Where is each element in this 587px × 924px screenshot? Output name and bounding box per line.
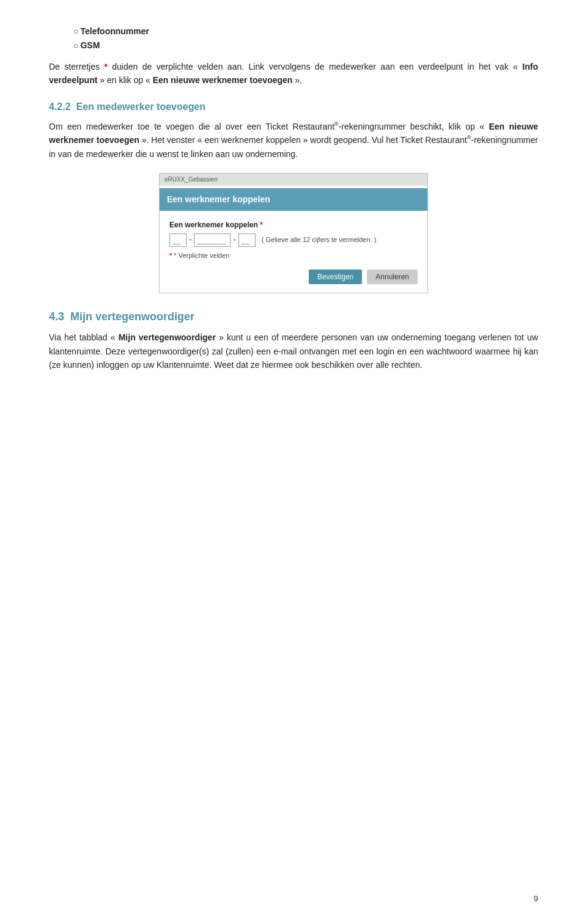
dialog-hint: ( Gelieve alle 12 cijfers te vermelden. … <box>262 235 377 246</box>
section-4-2-2-title: 4.2.2 Een medewerker toevoegen <box>49 99 538 115</box>
dialog-required-note: * * Verplichte velden <box>169 251 418 262</box>
annuleren-button[interactable]: Annuleren <box>367 270 418 284</box>
section-4-3-paragraph: Via het tabblad « Mijn vertegenwoordiger… <box>49 331 538 372</box>
dialog-input-seg1[interactable] <box>169 233 186 247</box>
dialog-input-row: - - ( Gelieve alle 12 cijfers te vermeld… <box>169 233 418 247</box>
dialog-header: Een werknemer koppelen <box>160 188 427 210</box>
mijn-vertegenwoordiger-label: Mijn vertegenwoordiger <box>119 332 216 342</box>
dialog-asterisk: * <box>260 221 263 229</box>
dialog-buttons: Bevestigen Annuleren <box>169 270 418 284</box>
een-nieuwe-werknemer-label-2: Een nieuwe werknemer toevoegen <box>49 122 538 145</box>
dialog-url-bar: eRUXX_Gebassien <box>160 174 427 186</box>
een-nieuwe-werknemer-label-1: Een nieuwe werknemer toevoegen <box>153 75 293 85</box>
page-number: 9 <box>534 893 538 906</box>
bullet-item-telefoonnummer: Telefoonnummer <box>73 24 538 38</box>
bullet-list: Telefoonnummer GSM <box>73 24 538 53</box>
dialog-input-seg3[interactable] <box>238 233 256 247</box>
asterisk-symbol: * <box>104 62 107 72</box>
info-verdeelpunt-label: Info verdeelpunt <box>49 62 538 85</box>
section-4-3-title: 4.3 Mijn vertegenwoordiger <box>49 308 538 326</box>
bevestigen-button[interactable]: Bevestigen <box>309 270 362 284</box>
dialog-field-label: Een werknemer koppelen * <box>169 219 418 231</box>
dialog-wrapper: eRUXX_Gebassien Een werknemer koppelen E… <box>49 173 538 293</box>
dialog-body: Een werknemer koppelen * - - ( Gelieve a… <box>160 211 427 293</box>
bullet-item-gsm: GSM <box>73 38 538 53</box>
dialog-box: eRUXX_Gebassien Een werknemer koppelen E… <box>159 173 428 293</box>
section-4-2-2-paragraph: Om een medewerker toe te voegen die al o… <box>49 120 538 161</box>
dialog-input-seg2[interactable] <box>194 233 231 247</box>
intro-paragraph: De sterretjes * duiden de verplichte vel… <box>49 60 538 87</box>
